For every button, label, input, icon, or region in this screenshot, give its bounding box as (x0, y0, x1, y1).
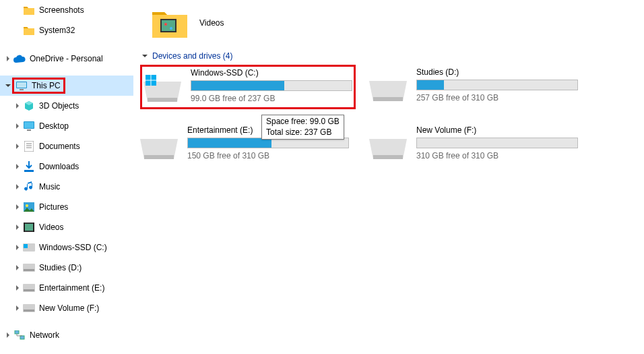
drive-windows-icon (23, 241, 35, 254)
tree-item-downloads[interactable]: Downloads (0, 156, 133, 177)
chevron-right-icon[interactable] (13, 245, 22, 250)
drive-usage-bar (416, 138, 578, 148)
svg-rect-20 (24, 269, 34, 271)
tooltip-line: Space free: 99.0 GB (266, 117, 340, 127)
tree-item-network[interactable]: Network (0, 325, 133, 345)
tree-item-this-pc[interactable]: This PC (0, 76, 133, 96)
chevron-right-icon[interactable] (4, 56, 12, 61)
svg-rect-10 (24, 170, 34, 172)
chevron-right-icon[interactable] (13, 184, 22, 189)
folder-icon (23, 24, 35, 36)
section-devices-drives[interactable]: Devices and drives (4) (140, 51, 644, 61)
svg-point-30 (170, 27, 172, 30)
drives-list: Windows-SSD (C:) 99.0 GB free of 237 GB … (140, 67, 644, 177)
drive-free-text: 310 GB free of 310 GB (416, 148, 585, 160)
tree-item-desktop[interactable]: Desktop (0, 116, 133, 136)
svg-rect-6 (24, 141, 34, 152)
tree-item-system32[interactable]: System32 (0, 20, 133, 40)
svg-rect-5 (27, 129, 31, 131)
tree-item-drive-d[interactable]: Studies (D:) (0, 258, 133, 278)
drive-windows-icon (143, 75, 181, 99)
svg-rect-25 (15, 330, 19, 334)
videos-label: Videos (199, 18, 224, 28)
tree-item-drive-f[interactable]: New Volume (F:) (0, 298, 133, 318)
chevron-right-icon[interactable] (4, 332, 12, 338)
svg-rect-34 (146, 75, 151, 80)
chevron-down-icon[interactable] (140, 53, 150, 59)
chevron-right-icon[interactable] (13, 305, 22, 311)
drive-tooltip: Space free: 99.0 GB Total size: 237 GB (261, 115, 344, 140)
content-area: Videos Devices and drives (4) Windows-SS… (133, 0, 644, 354)
drive-d[interactable]: Studies (D:) 257 GB free of 310 GB (369, 67, 585, 109)
chevron-right-icon[interactable] (13, 225, 22, 230)
drive-usage-bar (416, 80, 578, 90)
svg-rect-1 (17, 82, 26, 88)
folder-tile-videos[interactable]: Videos (151, 3, 644, 43)
chevron-right-icon[interactable] (13, 144, 22, 149)
svg-rect-24 (24, 309, 34, 312)
tree-item-pictures[interactable]: Pictures (0, 197, 133, 217)
svg-point-29 (164, 23, 167, 26)
tree-item-drive-c[interactable]: Windows-SSD (C:) (0, 237, 133, 258)
svg-rect-4 (24, 122, 34, 128)
tree-item-drive-e[interactable]: Entertainment (E:) (0, 278, 133, 298)
drive-name: Windows-SSD (C:) (191, 68, 352, 80)
svg-rect-28 (162, 20, 175, 31)
tree-item-documents[interactable]: Documents (0, 136, 133, 156)
tree-label: Pictures (39, 202, 68, 212)
videos-large-icon (151, 4, 189, 42)
drive-icon (23, 262, 35, 274)
svg-rect-2 (20, 89, 24, 90)
chevron-right-icon[interactable] (13, 204, 22, 210)
pictures-icon (23, 201, 35, 213)
drive-free-text: 257 GB free of 310 GB (416, 90, 585, 102)
tree-label: Videos (39, 223, 63, 232)
tree-label: 3D Objects (39, 101, 79, 111)
sidebar: Screenshots System32 OneDrive - Personal… (0, 0, 133, 354)
tree-item-music[interactable]: Music (0, 177, 133, 197)
drive-icon (369, 132, 407, 156)
tree-item-videos[interactable]: Videos (0, 217, 133, 237)
svg-rect-14 (25, 224, 33, 231)
onedrive-icon (13, 53, 26, 65)
chevron-right-icon[interactable] (13, 103, 22, 109)
drive-free-text: 99.0 GB free of 237 GB (191, 91, 352, 103)
chevron-right-icon[interactable] (13, 285, 22, 291)
svg-marker-38 (373, 97, 403, 101)
downloads-icon (23, 160, 35, 173)
tree-label: System32 (39, 26, 75, 35)
folder-icon (23, 4, 35, 16)
drive-f[interactable]: New Volume (F:) 310 GB free of 310 GB (369, 125, 585, 160)
tree-item-3d-objects[interactable]: 3D Objects (0, 96, 133, 116)
svg-rect-22 (24, 289, 34, 291)
chevron-down-icon[interactable] (4, 83, 12, 88)
section-label: Devices and drives (4) (152, 51, 232, 61)
tree-item-onedrive[interactable]: OneDrive - Personal (0, 49, 133, 69)
tree-label: Network (30, 330, 59, 340)
drive-icon (23, 302, 35, 314)
desktop-icon (23, 120, 35, 132)
svg-marker-32 (148, 98, 177, 102)
tree-label: This PC (32, 81, 63, 90)
tooltip-line: Total size: 237 GB (266, 127, 340, 138)
videos-icon (23, 221, 35, 233)
tree-label: OneDrive - Personal (30, 54, 103, 63)
svg-rect-15 (24, 223, 25, 232)
chevron-right-icon[interactable] (13, 265, 22, 270)
drive-name: Studies (D:) (416, 67, 585, 80)
drive-icon (140, 132, 178, 156)
svg-rect-16 (33, 223, 34, 232)
network-icon (13, 329, 26, 341)
drive-icon (23, 282, 35, 294)
tree-label: Music (39, 182, 60, 191)
3d-objects-icon (23, 100, 35, 112)
drive-icon (369, 74, 407, 98)
drive-free-text: 150 GB free of 310 GB (187, 148, 356, 160)
chevron-right-icon[interactable] (13, 123, 22, 129)
music-icon (23, 181, 35, 193)
tree-item-screenshots[interactable]: Screenshots (0, 0, 133, 20)
chevron-right-icon[interactable] (13, 164, 22, 169)
this-pc-icon (15, 80, 28, 92)
drive-c[interactable]: Windows-SSD (C:) 99.0 GB free of 237 GB (140, 65, 356, 109)
svg-rect-26 (20, 336, 24, 339)
